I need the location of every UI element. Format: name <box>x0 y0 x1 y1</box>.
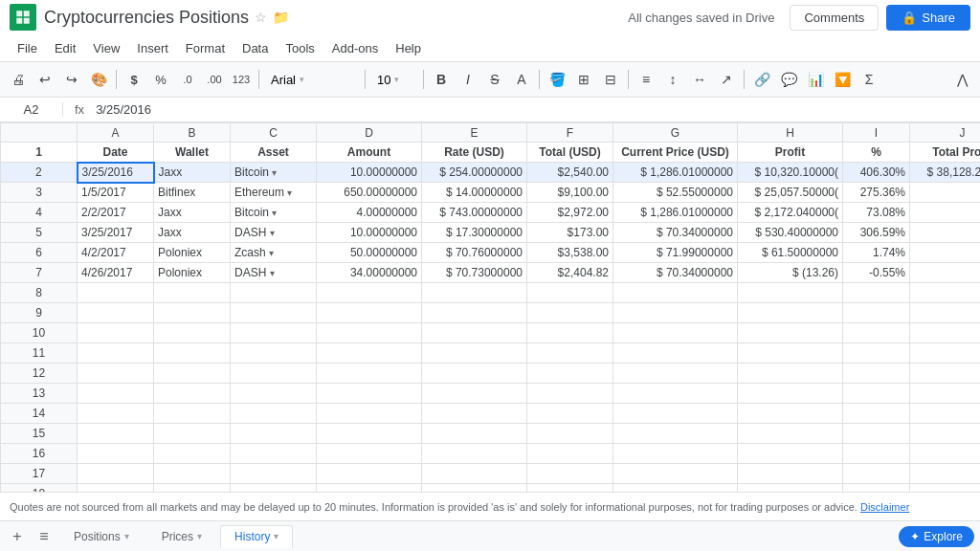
font-size-selector[interactable]: 10 ▾ <box>370 67 418 92</box>
cell-F2[interactable]: $2,540.00 <box>527 163 613 183</box>
cell-B4[interactable]: Jaxx <box>154 203 231 223</box>
row-num-1[interactable]: 1 <box>1 143 78 163</box>
italic-button[interactable]: I <box>456 67 480 92</box>
cell-G2[interactable]: $ 1,286.01000000 <box>613 163 738 183</box>
borders-button[interactable]: ⊞ <box>571 67 596 92</box>
filter-button[interactable]: 🔽 <box>830 67 855 92</box>
rotate-text-button[interactable]: ↗ <box>714 67 739 92</box>
cell-J1[interactable]: Total Profit <box>910 143 981 163</box>
row-num-2[interactable]: 2 <box>1 163 78 183</box>
col-header-I[interactable]: I <box>843 123 910 143</box>
cell-B6[interactable]: Poloniex <box>154 243 231 263</box>
cell-E7[interactable]: $ 70.73000000 <box>422 263 527 283</box>
cell-I1[interactable]: % <box>843 143 910 163</box>
menu-edit[interactable]: Edit <box>47 38 83 58</box>
cell-C6[interactable]: Zcash ▾ <box>231 243 317 263</box>
cell-J5[interactable] <box>910 223 981 243</box>
fill-color-button[interactable]: 🪣 <box>545 67 569 92</box>
cell-I5[interactable]: 306.59% <box>843 223 910 243</box>
wrap-text-button[interactable]: ↔ <box>687 67 712 92</box>
menu-insert[interactable]: Insert <box>129 38 176 58</box>
cell-H3[interactable]: $ 25,057.50000( <box>738 183 843 203</box>
cell-F5[interactable]: $173.00 <box>527 223 613 243</box>
cell-E6[interactable]: $ 70.76000000 <box>422 243 527 263</box>
cell-A6[interactable]: 4/2/2017 <box>78 243 154 263</box>
cell-G7[interactable]: $ 70.34000000 <box>613 263 738 283</box>
comments-button[interactable]: Comments <box>790 5 879 31</box>
menu-help[interactable]: Help <box>388 38 429 58</box>
row-num-6[interactable]: 6 <box>1 243 78 263</box>
col-header-C[interactable]: C <box>231 123 317 143</box>
collapse-toolbar-button[interactable]: ⋀ <box>949 67 974 92</box>
cell-G5[interactable]: $ 70.34000000 <box>613 223 738 243</box>
cell-C1[interactable]: Asset <box>231 143 317 163</box>
share-button[interactable]: 🔒 Share <box>886 5 970 31</box>
currency-button[interactable]: $ <box>122 67 146 92</box>
cell-B2[interactable]: Jaxx <box>154 163 231 183</box>
star-icon[interactable]: ☆ <box>255 10 267 25</box>
cell-D6[interactable]: 50.00000000 <box>317 243 422 263</box>
cell-C2[interactable]: Bitcoin ▾ <box>231 163 317 183</box>
cell-A2[interactable]: 3/25/2016 <box>78 163 154 183</box>
cell-H7[interactable]: $ (13.26) <box>738 263 843 283</box>
doc-title[interactable]: Cryptocurrencies Positions <box>44 8 249 28</box>
row-num-3[interactable]: 3 <box>1 183 78 203</box>
cell-A7[interactable]: 4/26/2017 <box>78 263 154 283</box>
cell-G1[interactable]: Current Price (USD) <box>613 143 738 163</box>
cell-C4[interactable]: Bitcoin ▾ <box>231 203 317 223</box>
bold-button[interactable]: B <box>429 67 454 92</box>
cell-J6[interactable] <box>910 243 981 263</box>
cell-B1[interactable]: Wallet <box>154 143 231 163</box>
decimal-decrease-button[interactable]: .0 <box>175 67 200 92</box>
cell-F7[interactable]: $2,404.82 <box>527 263 613 283</box>
tab-prices[interactable]: Prices ▾ <box>147 525 216 548</box>
cell-H6[interactable]: $ 61.50000000 <box>738 243 843 263</box>
cell-I3[interactable]: 275.36% <box>843 183 910 203</box>
cell-B5[interactable]: Jaxx <box>154 223 231 243</box>
disclaimer-link[interactable]: Disclaimer <box>860 501 909 513</box>
cell-J2[interactable]: $ 38,128.28000( <box>910 163 981 183</box>
cell-D5[interactable]: 10.00000000 <box>317 223 422 243</box>
col-header-B[interactable]: B <box>154 123 231 143</box>
cell-B3[interactable]: Bitfinex <box>154 183 231 203</box>
cell-H4[interactable]: $ 2,172.040000( <box>738 203 843 223</box>
cell-G6[interactable]: $ 71.99000000 <box>613 243 738 263</box>
cell-reference[interactable]: A2 <box>6 102 63 117</box>
cell-I7[interactable]: -0.55% <box>843 263 910 283</box>
cell-A5[interactable]: 3/25/2017 <box>78 223 154 243</box>
align-center-button[interactable]: ↕ <box>660 67 685 92</box>
menu-addons[interactable]: Add-ons <box>324 38 386 58</box>
col-header-G[interactable]: G <box>613 123 738 143</box>
cell-J4[interactable] <box>910 203 981 223</box>
cell-E1[interactable]: Rate (USD) <box>422 143 527 163</box>
sheet-menu-button[interactable]: ≡ <box>33 525 56 548</box>
menu-data[interactable]: Data <box>234 38 276 58</box>
cell-B7[interactable]: Poloniex <box>154 263 231 283</box>
col-header-D[interactable]: D <box>317 123 422 143</box>
print-button[interactable]: 🖨 <box>6 67 31 92</box>
cell-A4[interactable]: 2/2/2017 <box>78 203 154 223</box>
col-header-H[interactable]: H <box>738 123 843 143</box>
tab-history[interactable]: History ▾ <box>220 525 293 548</box>
cell-C5[interactable]: DASH ▾ <box>231 223 317 243</box>
undo-button[interactable]: ↩ <box>33 67 57 92</box>
cell-C7[interactable]: DASH ▾ <box>231 263 317 283</box>
cell-H2[interactable]: $ 10,320.10000( <box>738 163 843 183</box>
redo-button[interactable]: ↪ <box>59 67 84 92</box>
cell-E5[interactable]: $ 17.30000000 <box>422 223 527 243</box>
menu-file[interactable]: File <box>10 38 45 58</box>
cell-D2[interactable]: 10.00000000 <box>317 163 422 183</box>
cell-E4[interactable]: $ 743.00000000 <box>422 203 527 223</box>
cell-J7[interactable] <box>910 263 981 283</box>
cell-F3[interactable]: $9,100.00 <box>527 183 613 203</box>
col-header-F[interactable]: F <box>527 123 613 143</box>
menu-tools[interactable]: Tools <box>278 38 322 58</box>
cell-F4[interactable]: $2,972.00 <box>527 203 613 223</box>
row-num-4[interactable]: 4 <box>1 203 78 223</box>
cell-J3[interactable] <box>910 183 981 203</box>
cell-C3[interactable]: Ethereum ▾ <box>231 183 317 203</box>
font-family-selector[interactable]: Arial ▾ <box>264 67 360 92</box>
col-header-A[interactable]: A <box>78 123 154 143</box>
cell-I4[interactable]: 73.08% <box>843 203 910 223</box>
explore-button[interactable]: ✦ Explore <box>899 526 974 547</box>
